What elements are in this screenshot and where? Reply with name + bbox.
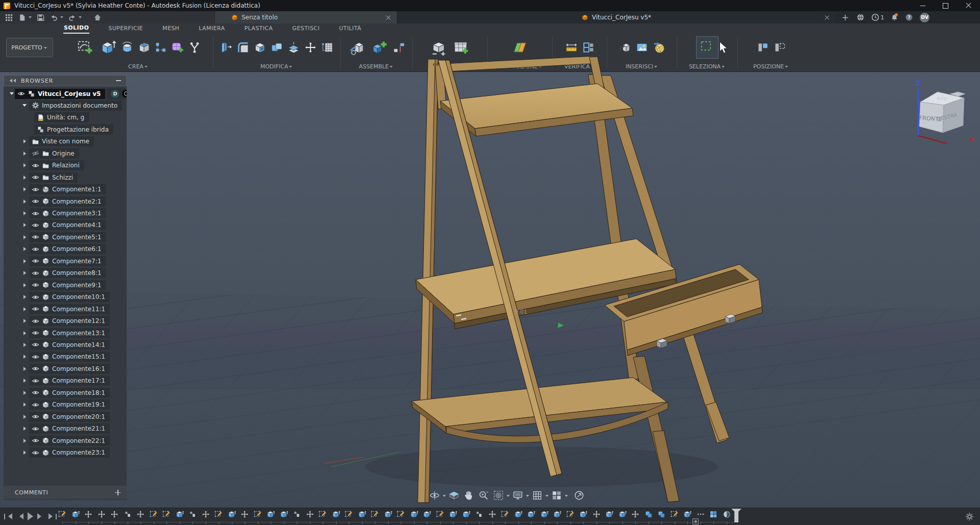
timeline-playhead[interactable] — [734, 510, 738, 522]
timeline-feature-extrude[interactable] — [267, 510, 275, 519]
timeline-feature-move[interactable] — [202, 510, 210, 519]
visibility-eye-icon[interactable] — [32, 353, 39, 361]
browser-tree-row[interactable]: Origine — [4, 147, 127, 159]
chevron-right-icon[interactable] — [21, 295, 28, 299]
visibility-eye-icon[interactable] — [32, 173, 39, 181]
configure-button[interactable] — [427, 36, 450, 59]
tab-utilita[interactable]: UTILITÀ — [339, 24, 362, 33]
timeline-feature-extrude[interactable] — [540, 510, 549, 519]
timeline-feature-dots[interactable] — [697, 510, 705, 519]
new-file-icon[interactable] — [16, 12, 28, 23]
tab-solido[interactable]: SOLIDO — [63, 23, 89, 34]
play-button[interactable] — [28, 512, 33, 520]
grid-settings-icon[interactable] — [531, 489, 544, 502]
tab-lamiera[interactable]: LAMIERA — [198, 24, 225, 33]
display-caret-icon[interactable] — [526, 495, 529, 498]
timeline-feature-move[interactable] — [98, 510, 106, 519]
timeline-settings-gear-icon[interactable] — [965, 512, 974, 521]
timeline-feature-extrude[interactable] — [618, 510, 627, 519]
close-tab-icon[interactable] — [825, 15, 829, 20]
visibility-eye-icon[interactable] — [32, 197, 39, 205]
visibility-eye-icon[interactable] — [32, 449, 39, 457]
timeline-feature-move[interactable] — [136, 510, 145, 519]
browser-tree-row[interactable]: Componente2:1 — [4, 195, 127, 207]
chevron-right-icon[interactable] — [21, 319, 28, 323]
change-parameters-button[interactable] — [319, 36, 336, 59]
browser-tree-row[interactable]: Componente21:1 — [4, 423, 127, 435]
help-icon[interactable] — [905, 13, 913, 21]
visibility-eye-icon[interactable] — [32, 269, 39, 277]
viewports-caret-icon[interactable] — [565, 495, 568, 498]
timeline-feature-sketch[interactable] — [162, 510, 171, 519]
timeline-feature-sketch[interactable] — [58, 510, 67, 519]
timeline-feature-sketch[interactable] — [371, 510, 379, 519]
chevron-right-icon[interactable] — [21, 259, 28, 263]
timeline-feature-extrude[interactable] — [410, 510, 419, 519]
home-view-icon[interactable] — [92, 12, 103, 23]
hole-button[interactable] — [136, 36, 153, 59]
timeline-feature-extrude[interactable] — [332, 510, 341, 519]
chevron-right-icon[interactable] — [21, 307, 28, 311]
chevron-right-icon[interactable] — [21, 163, 28, 167]
create-sketch-button[interactable] — [74, 36, 97, 59]
browser-tree-row[interactable]: Componente8:1 — [4, 267, 127, 279]
group-label-modifica[interactable]: MODIFICA — [216, 61, 338, 71]
chevron-right-icon[interactable] — [21, 211, 28, 215]
timeline-feature-sketch[interactable] — [150, 510, 158, 519]
fit-caret-icon[interactable] — [507, 495, 510, 498]
chevron-right-icon[interactable] — [21, 331, 28, 335]
visibility-eye-icon[interactable] — [32, 257, 39, 265]
timeline-feature-extrude[interactable] — [605, 510, 614, 519]
chevron-right-icon[interactable] — [21, 355, 28, 359]
timeline-feature-move[interactable] — [306, 510, 315, 519]
browser-tree-row[interactable]: Componente17:1 — [4, 375, 127, 387]
chevron-right-icon[interactable] — [21, 283, 28, 287]
browser-tree-row[interactable]: Componente23:1 — [4, 447, 127, 459]
timeline-feature-extrude[interactable] — [527, 510, 536, 519]
chevron-right-icon[interactable] — [21, 367, 28, 371]
visibility-eye-icon[interactable] — [17, 90, 25, 97]
viewport-3d[interactable]: 9.01 Z X FRONTE DESTRA ALTO — [0, 72, 980, 508]
visibility-eye-icon[interactable] — [32, 389, 39, 396]
timeline-feature-joint[interactable] — [124, 510, 132, 519]
visibility-eye-icon[interactable] — [32, 186, 39, 193]
combine-button[interactable] — [269, 36, 285, 59]
viewcube[interactable]: Z X FRONTE DESTRA ALTO — [905, 74, 979, 143]
timeline-feature-extrude[interactable] — [423, 510, 432, 519]
chevron-right-icon[interactable] — [21, 187, 28, 191]
timeline-feature-extrude[interactable] — [462, 510, 471, 519]
browser-tree-row[interactable]: Componente9:1 — [4, 279, 127, 291]
grid-caret-icon[interactable] — [545, 495, 548, 498]
chevron-right-icon[interactable] — [21, 403, 28, 407]
circle-arrow-icon[interactable] — [572, 489, 586, 502]
tab-mesh[interactable]: MESH — [162, 24, 180, 33]
group-label-crea[interactable]: CREA — [66, 61, 210, 71]
visibility-eye-icon[interactable] — [32, 293, 39, 301]
redo-icon[interactable] — [66, 12, 78, 23]
browser-tree-row[interactable]: Componente10:1 — [4, 291, 127, 303]
timeline-feature-move[interactable] — [84, 510, 93, 519]
timeline-feature-extrude[interactable] — [683, 510, 692, 519]
chevron-right-icon[interactable] — [21, 223, 28, 227]
group-label-assemble[interactable]: ASSEMBLE — [343, 61, 410, 71]
browser-tree-row[interactable]: Componente13:1 — [4, 327, 127, 339]
document-badge[interactable]: D — [111, 90, 119, 98]
browser-tree-row[interactable]: Componente16:1 — [4, 363, 127, 374]
pattern-button[interactable] — [153, 36, 170, 59]
timeline-feature-sketch[interactable] — [501, 510, 510, 519]
chevron-down-icon[interactable] — [10, 90, 14, 97]
timeline-feature-extrude[interactable] — [553, 510, 562, 519]
timeline-feature-sketch[interactable] — [566, 510, 575, 519]
timeline-feature-joint[interactable] — [188, 510, 197, 519]
browser-tree-row[interactable]: Componente6:1 — [4, 243, 127, 255]
timeline-feature-extrude[interactable] — [579, 510, 588, 519]
revolve-button[interactable] — [119, 36, 136, 59]
visibility-eye-icon[interactable] — [32, 377, 39, 385]
shell-button[interactable] — [252, 36, 269, 59]
browser-header[interactable]: BROWSER — [4, 75, 127, 86]
interference-button[interactable] — [580, 36, 596, 59]
timeline-feature-extrude[interactable] — [228, 510, 236, 519]
go-to-end-button[interactable] — [49, 513, 57, 519]
timeline-feature-sketch[interactable] — [214, 510, 223, 519]
comments-bar[interactable]: COMMENTI — [4, 486, 127, 499]
